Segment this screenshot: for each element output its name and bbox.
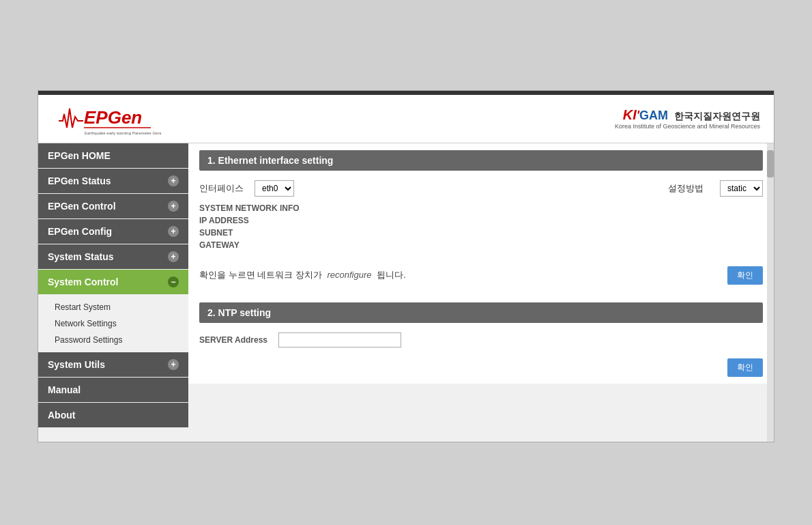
sidebar-item-about[interactable]: About bbox=[38, 403, 188, 427]
expand-sys-status-icon: + bbox=[168, 251, 179, 262]
confirm-text-suffix: 됩니다. bbox=[377, 270, 406, 280]
sidebar-item-manual[interactable]: Manual bbox=[38, 378, 188, 402]
expand-status-icon: + bbox=[168, 175, 179, 186]
sidebar-item-home-label: EPGen HOME bbox=[48, 150, 111, 161]
sidebar-item-status[interactable]: EPGen Status + bbox=[38, 169, 188, 193]
info-row-1: IP ADDRESS bbox=[199, 214, 763, 227]
expand-sys-control-icon: − bbox=[168, 276, 179, 287]
confirm-row-1: 확인을 누르면 네트워크 장치가 reconfigure 됩니다. 확인 bbox=[199, 261, 763, 290]
expand-sys-utils-icon: + bbox=[168, 359, 179, 370]
confirm-text-1: 확인을 누르면 네트워크 장치가 reconfigure 됩니다. bbox=[199, 269, 406, 281]
sidebar-item-sys-utils[interactable]: System Utils + bbox=[38, 352, 188, 377]
sidebar-item-config[interactable]: EPGen Config + bbox=[38, 219, 188, 244]
kigam-title: KI'GAM 한국지질자원연구원 bbox=[623, 107, 760, 123]
kigam-hangul: 한국지질자원연구원 bbox=[674, 111, 760, 122]
sidebar-item-config-label: EPGen Config bbox=[48, 226, 112, 237]
interface-select[interactable]: eth0 eth1 eth2 bbox=[255, 180, 294, 197]
submenu-password[interactable]: Password Settings bbox=[49, 332, 188, 348]
sidebar-item-sys-utils-label: System Utils bbox=[48, 359, 105, 370]
confirm-button-1[interactable]: 확인 bbox=[727, 266, 763, 285]
sidebar-item-about-label: About bbox=[48, 410, 75, 421]
kigam-gam: GAM bbox=[639, 109, 668, 122]
header: EPGen Earthquake early warning Parameter… bbox=[38, 95, 774, 143]
settings-label: 설정방법 bbox=[668, 182, 704, 195]
sidebar-item-sys-status-label: System Status bbox=[48, 251, 113, 262]
sidebar-item-control-label: EPGen Control bbox=[48, 201, 116, 212]
svg-text:EPGen: EPGen bbox=[84, 107, 142, 128]
server-address-label: SERVER Address bbox=[199, 334, 267, 346]
sidebar-item-manual-label: Manual bbox=[48, 384, 81, 395]
expand-control-icon: + bbox=[168, 201, 179, 212]
sidebar: EPGen HOME EPGen Status + EPGen Control … bbox=[38, 143, 188, 442]
scrollbar-track bbox=[767, 143, 774, 442]
server-address-input[interactable] bbox=[278, 332, 401, 347]
svg-text:Earthquake early warning  Para: Earthquake early warning Parameter Gener… bbox=[85, 131, 161, 135]
submenu-network[interactable]: Network Settings bbox=[49, 315, 188, 332]
content-area: 1. Ethernet interface setting 인터페이스 eth0… bbox=[188, 143, 774, 384]
confirm-text-italic: reconfigure bbox=[327, 270, 371, 280]
sys-control-submenu: Restart System Network Settings Password… bbox=[38, 295, 188, 352]
sidebar-item-control[interactable]: EPGen Control + bbox=[38, 194, 188, 218]
kigam-subtitle: Korea Institute of Geoscience and Minera… bbox=[615, 123, 760, 130]
confirm-text-main: 확인을 누르면 네트워크 장치가 bbox=[199, 270, 322, 280]
info-row-3: GATEWAY bbox=[199, 239, 763, 251]
ntp-confirm-row: 확인 bbox=[199, 358, 763, 377]
sidebar-item-status-label: EPGen Status bbox=[48, 175, 111, 186]
kigam-logo: KI'GAM 한국지질자원연구원 Korea Institute of Geos… bbox=[615, 107, 760, 130]
ntp-confirm-button[interactable]: 확인 bbox=[727, 358, 763, 377]
interface-label: 인터페이스 bbox=[199, 182, 244, 195]
kigam-ki: KI bbox=[623, 107, 637, 122]
info-row-2: SUBNET bbox=[199, 227, 763, 239]
sidebar-item-home[interactable]: EPGen HOME bbox=[38, 143, 188, 168]
settings-select[interactable]: static dhcp bbox=[720, 180, 763, 197]
sidebar-item-sys-status[interactable]: System Status + bbox=[38, 244, 188, 269]
info-row-0: SYSTEM NETWORK INFO bbox=[199, 202, 763, 214]
sidebar-item-sys-control-label: System Control bbox=[48, 276, 118, 287]
submenu-restart[interactable]: Restart System bbox=[49, 299, 188, 315]
expand-config-icon: + bbox=[168, 226, 179, 237]
server-address-row: SERVER Address bbox=[199, 332, 763, 347]
section2-header: 2. NTP setting bbox=[199, 302, 763, 323]
sidebar-item-sys-control[interactable]: System Control − bbox=[38, 270, 188, 294]
main-content: EPGen HOME EPGen Status + EPGen Control … bbox=[38, 143, 774, 442]
info-rows: SYSTEM NETWORK INFO IP ADDRESS SUBNET GA… bbox=[199, 202, 763, 251]
scrollbar-thumb[interactable] bbox=[767, 150, 774, 178]
section1-header: 1. Ethernet interface setting bbox=[199, 150, 763, 171]
interface-row: 인터페이스 eth0 eth1 eth2 설정방법 static dhcp bbox=[199, 180, 763, 197]
logo-area: EPGen Earthquake early warning Parameter… bbox=[52, 102, 161, 136]
epgen-logo: EPGen Earthquake early warning Parameter… bbox=[52, 102, 161, 136]
